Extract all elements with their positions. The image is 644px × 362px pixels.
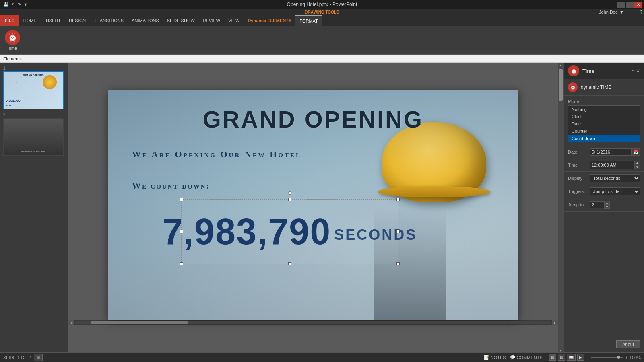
notes-btn[interactable]: 📝 NOTES xyxy=(484,355,506,360)
tab-review[interactable]: REVIEW xyxy=(199,15,224,26)
h-scroll-left[interactable]: ◀ xyxy=(68,320,74,325)
time-ribbon-label: Time xyxy=(8,46,17,51)
countdown-unit: SECONDS xyxy=(334,226,417,243)
comments-icon: 💬 xyxy=(510,355,516,360)
tab-design[interactable]: DESIGN xyxy=(65,15,90,26)
mode-countdown[interactable]: Count down xyxy=(568,135,640,142)
panel-time-down[interactable]: ▼ xyxy=(634,165,640,169)
drawing-tools-banner: DRAWING TOOLS John Doe ▼ ? xyxy=(0,9,644,15)
panel-jump-input[interactable] xyxy=(590,201,604,208)
window-controls-left: 💾 ↶ ↷ ▼ xyxy=(0,2,28,7)
tab-dynamic-elements[interactable]: Dynamic ELEMENTS xyxy=(244,15,295,26)
reading-btn[interactable]: 📖 xyxy=(567,354,576,361)
panel-title-group: ⏰ Time xyxy=(568,65,594,76)
slide-thumb-2[interactable]: 2 Welcome to our New Hotel xyxy=(3,113,65,156)
h-scrollbar: ◀ ▶ xyxy=(68,320,558,325)
time-ribbon-button[interactable]: ⏰ Time xyxy=(5,30,20,51)
user-chevron[interactable]: ▼ xyxy=(619,10,624,14)
about-btn-container: About xyxy=(616,340,640,348)
save-icon[interactable]: 💾 xyxy=(3,2,9,7)
comments-btn[interactable]: 💬 COMMENTS xyxy=(510,355,543,360)
panel-display-select[interactable]: Total seconds xyxy=(590,174,640,182)
status-bar-right: 📝 NOTES 💬 COMMENTS ⊞ ⊟ 📖 ▶ - + 100% xyxy=(484,354,641,361)
panel-triggers-select[interactable]: Jump to slide xyxy=(590,187,640,195)
normal-view-btn[interactable]: ⊞ xyxy=(549,354,556,361)
handle-tl xyxy=(180,198,183,201)
panel-subtitle-icon: ⏰ xyxy=(568,82,578,92)
tab-insert[interactable]: INSERT xyxy=(41,15,65,26)
slideshow-btn[interactable]: ▶ xyxy=(577,354,584,361)
panel-time-input[interactable] xyxy=(590,161,634,169)
zoom-slider[interactable] xyxy=(591,357,623,358)
user-display: John Doe ▼ xyxy=(599,10,624,14)
panel-jump-down[interactable]: ▼ xyxy=(604,205,610,209)
slide-canvas[interactable]: GRAND OPENING We are opening our new hot… xyxy=(108,90,518,320)
user-name: John Doe xyxy=(599,10,618,14)
tab-format[interactable]: FORMAT xyxy=(295,15,322,26)
mode-counter[interactable]: Counter xyxy=(568,128,640,135)
view-buttons: ⊞ ⊟ 📖 ▶ xyxy=(549,354,584,361)
tab-view[interactable]: VIEW xyxy=(224,15,244,26)
panel-mode-label: Mode xyxy=(568,99,640,104)
notes-icon: 📝 xyxy=(484,355,489,360)
h-scroll-track[interactable] xyxy=(75,321,551,324)
panel-close-btn[interactable]: ✕ xyxy=(636,68,640,74)
panel-jump-group: ▲ ▼ xyxy=(590,201,610,209)
panel-detach-btn[interactable]: ↗ xyxy=(630,68,634,74)
panel-subtitle: dynamic TIME xyxy=(581,84,611,90)
panel-header: ⏰ Time ↗ ✕ xyxy=(564,63,644,79)
mode-clock[interactable]: Clock xyxy=(568,113,640,120)
window-buttons: — □ ✕ xyxy=(617,2,644,8)
slide-thumb-1[interactable]: 1 GRAND OPENING we are opening our new h… xyxy=(3,66,65,109)
v-scroll-down[interactable]: ▼ xyxy=(559,349,562,352)
thumb1-number: 7,983,790 xyxy=(6,99,21,103)
panel-date-input-group: 📅 xyxy=(590,148,640,156)
h-scroll-right[interactable]: ▶ xyxy=(552,320,558,325)
elements-label: Elements xyxy=(3,56,22,61)
tab-animations[interactable]: ANIMATIONS xyxy=(128,15,163,26)
undo-icon[interactable]: ↶ xyxy=(11,2,15,7)
handle-bl xyxy=(180,262,183,265)
tab-transitions[interactable]: TRANSITIONS xyxy=(90,15,128,26)
tab-file[interactable]: FILE xyxy=(0,15,19,26)
handle-tr xyxy=(396,198,400,201)
panel-time-up[interactable]: ▲ xyxy=(634,161,640,165)
panel-date-input[interactable] xyxy=(590,148,631,156)
slide-info: SLIDE 1 OF 2 xyxy=(3,355,31,360)
canvas-area: GRAND OPENING We are opening our new hot… xyxy=(68,63,558,352)
panel-date-picker-btn[interactable]: 📅 xyxy=(631,148,640,156)
slide-num-1: 1 xyxy=(3,66,65,70)
panel-triggers-row: Triggers: Jump to slide xyxy=(564,185,644,198)
restore-button[interactable]: □ xyxy=(626,2,634,8)
mode-nothing[interactable]: Nothing xyxy=(568,106,640,113)
v-scroll-up[interactable]: ▲ xyxy=(559,64,562,67)
close-button[interactable]: ✕ xyxy=(634,2,642,8)
panel-jump-up[interactable]: ▲ xyxy=(604,201,610,205)
redo-icon[interactable]: ↷ xyxy=(17,2,21,7)
slidesorter-btn[interactable]: ⊟ xyxy=(558,354,565,361)
help-icon[interactable]: ? xyxy=(640,10,642,14)
handle-mr xyxy=(396,230,400,233)
slide-subtitle: We are opening our new hotel xyxy=(132,149,301,160)
mode-date[interactable]: Date xyxy=(568,120,640,128)
slide-icon: ⊞ xyxy=(37,355,40,360)
handle-rotate[interactable] xyxy=(288,191,291,195)
zoom-out-btn[interactable]: - xyxy=(588,355,590,360)
slide-icon-btn[interactable]: ⊞ xyxy=(34,354,43,361)
tab-home[interactable]: HOME xyxy=(19,15,41,26)
panel-time-label: Time: xyxy=(568,162,588,167)
h-scroll-thumb[interactable] xyxy=(91,321,188,324)
handle-ml xyxy=(180,230,183,233)
zoom-in-btn[interactable]: + xyxy=(625,355,627,360)
minimize-button[interactable]: — xyxy=(617,2,625,8)
countdown-box[interactable]: 7,983,790 SECONDS xyxy=(181,199,398,264)
v-scroll-thumb[interactable] xyxy=(559,69,563,101)
tab-slideshow[interactable]: SLIDE SHOW xyxy=(163,15,199,26)
title-bar: 💾 ↶ ↷ ▼ Opening Hotel.pptx - PowerPoint … xyxy=(0,0,644,9)
handle-br xyxy=(396,262,400,265)
quick-access-icon[interactable]: ▼ xyxy=(23,2,28,7)
panel-jump-row: Jump to: ▲ ▼ xyxy=(564,198,644,212)
about-button[interactable]: About xyxy=(616,340,640,348)
panel-mode-section: Mode Nothing Clock Date Counter Count do… xyxy=(564,96,644,146)
drawing-tools-label: DRAWING TOOLS xyxy=(305,10,339,14)
